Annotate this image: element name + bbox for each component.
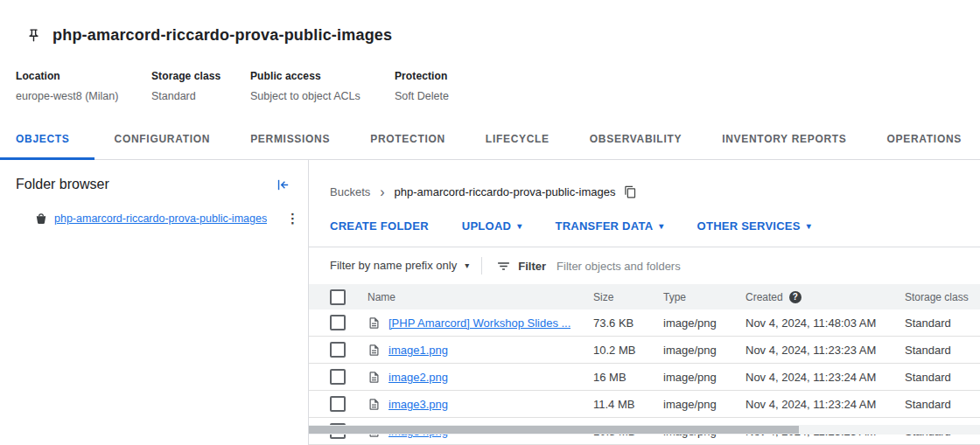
chevron-down-icon: ▾ <box>517 222 522 231</box>
title-row: php-amarcord-riccardo-prova-public-image… <box>16 13 964 57</box>
tab-objects[interactable]: OBJECTS <box>0 119 94 159</box>
row-checkbox[interactable] <box>330 396 346 412</box>
folder-browser-title: Folder browser <box>16 176 109 193</box>
folder-browser-panel: Folder browser php-amarcord-riccardo-pro… <box>0 160 309 445</box>
page-header: php-amarcord-riccardo-prova-public-image… <box>0 0 980 119</box>
column-header-size: Size <box>593 284 663 309</box>
object-created: Nov 4, 2024, 11:23:23 AM <box>746 337 905 364</box>
select-all-checkbox[interactable] <box>330 289 346 305</box>
horizontal-scrollbar <box>309 425 980 435</box>
tab-operations[interactable]: OPERATIONS <box>867 119 980 159</box>
objects-panel: Buckets › php-amarcord-riccardo-prova-pu… <box>309 160 980 445</box>
create-folder-button[interactable]: CREATE FOLDER <box>330 219 429 233</box>
tab-lifecycle[interactable]: LIFECYCLE <box>466 119 570 159</box>
create-folder-label: CREATE FOLDER <box>330 219 429 233</box>
filter-list-icon <box>496 259 511 274</box>
bucket-icon <box>35 212 47 225</box>
object-type: image/png <box>663 309 746 337</box>
meta-public-access: Public access Subject to object ACLs <box>250 70 395 103</box>
object-created: Nov 4, 2024, 11:48:03 AM <box>746 309 905 337</box>
breadcrumb-chevron-icon: › <box>380 186 384 198</box>
transfer-data-label: TRANSFER DATA <box>555 219 653 233</box>
objects-table: Name Size Type Created ? Storage class <box>309 284 980 445</box>
table-row: image1.png 10.2 MB image/png Nov 4, 2024… <box>309 337 980 364</box>
meta-location: Location europe-west8 (Milan) <box>16 70 151 103</box>
tab-protection[interactable]: PROTECTION <box>350 119 466 159</box>
chevron-down-icon: ▾ <box>807 222 811 231</box>
more-options-icon[interactable]: ⋮ <box>281 212 304 226</box>
bucket-tree-link[interactable]: php-amarcord-riccardo-prova-public-image… <box>54 212 267 225</box>
tab-observability[interactable]: OBSERVABILITY <box>570 119 702 159</box>
meta-label: Storage class <box>151 70 242 83</box>
scrollbar-thumb[interactable] <box>309 426 799 434</box>
collapse-panel-icon[interactable] <box>276 177 290 192</box>
column-header-created: Created ? <box>746 284 905 309</box>
file-icon <box>368 371 381 384</box>
content-area: Folder browser php-amarcord-riccardo-pro… <box>0 160 980 445</box>
object-storage-class: Standard <box>905 337 980 364</box>
meta-label: Location <box>16 70 143 83</box>
column-header-storage-class: Storage class <box>905 284 980 309</box>
meta-protection: Protection Soft Delete <box>395 70 458 103</box>
filter-prefix-label: Filter by name prefix only <box>330 258 457 274</box>
bucket-tree-item[interactable]: php-amarcord-riccardo-prova-public-image… <box>0 205 308 233</box>
object-created: Nov 4, 2024, 11:23:24 AM <box>746 391 905 418</box>
object-storage-class: Standard <box>905 309 980 337</box>
object-size: 10.2 MB <box>593 337 663 364</box>
file-icon <box>368 398 381 411</box>
object-type: image/png <box>663 391 746 418</box>
object-actions-toolbar: CREATE FOLDER UPLOAD ▾ TRANSFER DATA ▾ O… <box>309 211 980 247</box>
file-icon <box>368 316 381 330</box>
object-size: 73.6 KB <box>593 309 663 337</box>
other-services-button[interactable]: OTHER SERVICES ▾ <box>697 219 811 233</box>
object-name-link[interactable]: image1.png <box>388 344 448 357</box>
folder-browser-header: Folder browser <box>0 160 308 205</box>
tab-inventory-reports[interactable]: INVENTORY REPORTS <box>702 119 866 159</box>
created-header-label: Created <box>746 291 783 303</box>
object-created: Nov 4, 2024, 11:23:24 AM <box>746 364 905 391</box>
meta-label: Public access <box>250 70 386 83</box>
meta-value: Standard <box>151 90 242 103</box>
filter-prefix-dropdown[interactable]: Filter by name prefix only ▾ <box>330 258 469 274</box>
page-title: php-amarcord-riccardo-prova-public-image… <box>52 24 392 46</box>
object-size: 16 MB <box>593 364 663 391</box>
tab-permissions[interactable]: PERMISSIONS <box>230 119 350 159</box>
upload-label: UPLOAD <box>462 219 511 233</box>
object-storage-class: Standard <box>905 364 980 391</box>
breadcrumb-buckets-link[interactable]: Buckets <box>330 184 370 199</box>
meta-value: europe-west8 (Milan) <box>16 90 143 103</box>
table-row: image3.png 11.4 MB image/png Nov 4, 2024… <box>309 391 980 418</box>
filter-input[interactable] <box>555 259 966 274</box>
row-checkbox[interactable] <box>330 369 346 385</box>
column-header-name: Name <box>368 284 593 309</box>
tab-bar: OBJECTS CONFIGURATION PERMISSIONS PROTEC… <box>0 119 980 160</box>
transfer-data-button[interactable]: TRANSFER DATA ▾ <box>555 219 663 233</box>
gcs-bucket-details-page: php-amarcord-riccardo-prova-public-image… <box>0 0 980 445</box>
upload-button[interactable]: UPLOAD ▾ <box>462 219 522 233</box>
table-header-row: Name Size Type Created ? Storage class <box>309 284 980 309</box>
divider <box>481 257 482 275</box>
object-name-link[interactable]: [PHP Amarcord] Workshop Slides ... <box>388 316 570 330</box>
tab-configuration[interactable]: CONFIGURATION <box>94 119 231 159</box>
table-row: image2.png 16 MB image/png Nov 4, 2024, … <box>309 364 980 391</box>
chevron-down-icon: ▾ <box>465 261 469 270</box>
meta-value: Subject to object ACLs <box>250 90 386 103</box>
help-icon[interactable]: ? <box>789 291 802 303</box>
object-name-link[interactable]: image3.png <box>388 398 448 411</box>
meta-storage-class: Storage class Standard <box>151 70 250 103</box>
object-size: 11.4 MB <box>593 391 663 418</box>
filter-label: Filter <box>518 260 546 273</box>
breadcrumb-current: php-amarcord-riccardo-prova-public-image… <box>395 184 616 199</box>
object-name-link[interactable]: image2.png <box>388 371 448 384</box>
object-type: image/png <box>663 364 746 391</box>
copy-icon[interactable] <box>624 185 637 198</box>
bucket-meta: Location europe-west8 (Milan) Storage cl… <box>16 70 964 119</box>
breadcrumb: Buckets › php-amarcord-riccardo-prova-pu… <box>309 160 980 211</box>
row-checkbox[interactable] <box>330 315 346 330</box>
row-checkbox[interactable] <box>330 342 346 358</box>
chevron-down-icon: ▾ <box>659 222 663 231</box>
object-storage-class: Standard <box>905 391 980 418</box>
meta-label: Protection <box>395 70 449 83</box>
column-header-type: Type <box>663 284 746 309</box>
pin-icon[interactable] <box>26 28 41 43</box>
